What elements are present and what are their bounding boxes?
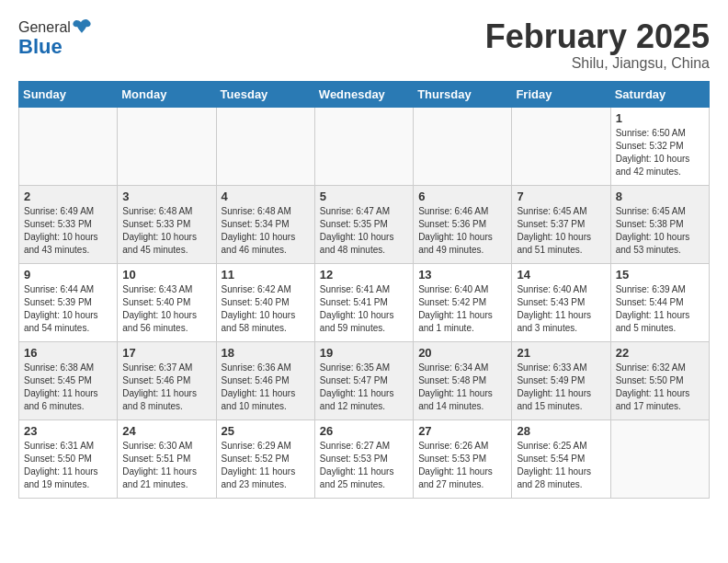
- day-number: 2: [24, 190, 112, 203]
- day-number: 22: [616, 346, 704, 360]
- day-number: 1: [616, 111, 704, 125]
- calendar-cell: 22Sunrise: 6:32 AM Sunset: 5:50 PM Dayli…: [610, 341, 709, 419]
- day-info: Sunrise: 6:30 AM Sunset: 5:51 PM Dayligh…: [122, 440, 210, 491]
- logo: General Blue: [18, 18, 92, 59]
- day-info: Sunrise: 6:44 AM Sunset: 5:39 PM Dayligh…: [24, 283, 112, 335]
- calendar-cell: 3Sunrise: 6:48 AM Sunset: 5:33 PM Daylig…: [118, 185, 216, 263]
- day-info: Sunrise: 6:46 AM Sunset: 5:36 PM Dayligh…: [418, 205, 506, 257]
- day-info: Sunrise: 6:42 AM Sunset: 5:40 PM Dayligh…: [222, 283, 310, 335]
- day-number: 13: [418, 268, 506, 282]
- day-info: Sunrise: 6:39 AM Sunset: 5:44 PM Dayligh…: [616, 283, 704, 335]
- weekday-header-friday: Friday: [512, 81, 610, 107]
- day-number: 16: [24, 346, 112, 360]
- day-number: 23: [24, 424, 112, 438]
- calendar-cell: 27Sunrise: 6:26 AM Sunset: 5:53 PM Dayli…: [414, 419, 512, 498]
- day-info: Sunrise: 6:40 AM Sunset: 5:43 PM Dayligh…: [517, 283, 605, 335]
- day-info: Sunrise: 6:45 AM Sunset: 5:37 PM Dayligh…: [517, 205, 605, 257]
- day-number: 6: [418, 190, 506, 203]
- day-info: Sunrise: 6:40 AM Sunset: 5:42 PM Dayligh…: [418, 283, 506, 335]
- weekday-header-tuesday: Tuesday: [216, 81, 314, 107]
- logo-general-text: General: [18, 19, 71, 36]
- calendar-cell: 18Sunrise: 6:36 AM Sunset: 5:46 PM Dayli…: [216, 341, 314, 419]
- calendar-cell: 17Sunrise: 6:37 AM Sunset: 5:46 PM Dayli…: [118, 341, 216, 419]
- day-info: Sunrise: 6:48 AM Sunset: 5:34 PM Dayligh…: [222, 205, 310, 257]
- weekday-header-wednesday: Wednesday: [314, 81, 413, 107]
- calendar-week-row-1: 1Sunrise: 6:50 AM Sunset: 5:32 PM Daylig…: [19, 107, 710, 185]
- day-number: 27: [418, 424, 506, 438]
- day-number: 28: [517, 424, 605, 438]
- day-number: 17: [122, 346, 210, 360]
- day-number: 9: [24, 268, 112, 282]
- day-number: 7: [517, 190, 605, 203]
- day-info: Sunrise: 6:41 AM Sunset: 5:41 PM Dayligh…: [320, 283, 408, 335]
- month-title: February 2025: [485, 18, 710, 55]
- calendar-cell: 12Sunrise: 6:41 AM Sunset: 5:41 PM Dayli…: [314, 263, 413, 341]
- calendar-cell: 11Sunrise: 6:42 AM Sunset: 5:40 PM Dayli…: [216, 263, 314, 341]
- logo-blue-text: Blue: [18, 35, 63, 59]
- day-number: 26: [320, 424, 408, 438]
- day-number: 5: [320, 190, 408, 203]
- day-info: Sunrise: 6:37 AM Sunset: 5:46 PM Dayligh…: [122, 362, 210, 413]
- day-info: Sunrise: 6:34 AM Sunset: 5:48 PM Dayligh…: [418, 362, 506, 413]
- calendar-cell: 8Sunrise: 6:45 AM Sunset: 5:38 PM Daylig…: [610, 185, 709, 263]
- calendar-week-row-3: 9Sunrise: 6:44 AM Sunset: 5:39 PM Daylig…: [19, 263, 710, 341]
- calendar-cell: 9Sunrise: 6:44 AM Sunset: 5:39 PM Daylig…: [19, 263, 118, 341]
- calendar-cell: [610, 419, 709, 498]
- day-info: Sunrise: 6:29 AM Sunset: 5:52 PM Dayligh…: [222, 440, 310, 491]
- calendar-cell: 14Sunrise: 6:40 AM Sunset: 5:43 PM Dayli…: [512, 263, 610, 341]
- weekday-header-monday: Monday: [118, 81, 216, 107]
- day-number: 8: [616, 190, 704, 203]
- day-info: Sunrise: 6:35 AM Sunset: 5:47 PM Dayligh…: [320, 362, 408, 413]
- calendar-cell: 5Sunrise: 6:47 AM Sunset: 5:35 PM Daylig…: [314, 185, 413, 263]
- calendar-cell: 21Sunrise: 6:33 AM Sunset: 5:49 PM Dayli…: [512, 341, 610, 419]
- calendar-cell: [118, 107, 216, 185]
- calendar-cell: 25Sunrise: 6:29 AM Sunset: 5:52 PM Dayli…: [216, 419, 314, 498]
- calendar-cell: 23Sunrise: 6:31 AM Sunset: 5:50 PM Dayli…: [19, 419, 118, 498]
- day-info: Sunrise: 6:33 AM Sunset: 5:49 PM Dayligh…: [517, 362, 605, 413]
- day-number: 4: [222, 190, 310, 203]
- weekday-header-saturday: Saturday: [610, 81, 709, 107]
- day-info: Sunrise: 6:36 AM Sunset: 5:46 PM Dayligh…: [222, 362, 310, 413]
- day-number: 15: [616, 268, 704, 282]
- day-info: Sunrise: 6:45 AM Sunset: 5:38 PM Dayligh…: [616, 205, 704, 257]
- calendar-cell: 7Sunrise: 6:45 AM Sunset: 5:37 PM Daylig…: [512, 185, 610, 263]
- day-info: Sunrise: 6:49 AM Sunset: 5:33 PM Dayligh…: [24, 205, 112, 257]
- day-number: 18: [222, 346, 310, 360]
- day-number: 25: [222, 424, 310, 438]
- calendar-cell: 26Sunrise: 6:27 AM Sunset: 5:53 PM Dayli…: [314, 419, 413, 498]
- weekday-header-row: SundayMondayTuesdayWednesdayThursdayFrid…: [19, 81, 710, 107]
- logo-bird-icon: [72, 18, 92, 37]
- day-info: Sunrise: 6:27 AM Sunset: 5:53 PM Dayligh…: [320, 440, 408, 491]
- day-number: 11: [222, 268, 310, 282]
- day-info: Sunrise: 6:48 AM Sunset: 5:33 PM Dayligh…: [122, 205, 210, 257]
- location-subtitle: Shilu, Jiangsu, China: [485, 55, 710, 72]
- day-number: 10: [122, 268, 210, 282]
- day-number: 3: [122, 190, 210, 203]
- calendar-week-row-5: 23Sunrise: 6:31 AM Sunset: 5:50 PM Dayli…: [19, 419, 710, 498]
- calendar-cell: 13Sunrise: 6:40 AM Sunset: 5:42 PM Dayli…: [414, 263, 512, 341]
- calendar-cell: 1Sunrise: 6:50 AM Sunset: 5:32 PM Daylig…: [610, 107, 709, 185]
- day-number: 19: [320, 346, 408, 360]
- title-block: February 2025 Shilu, Jiangsu, China: [485, 18, 710, 72]
- day-info: Sunrise: 6:26 AM Sunset: 5:53 PM Dayligh…: [418, 440, 506, 491]
- day-info: Sunrise: 6:31 AM Sunset: 5:50 PM Dayligh…: [24, 440, 112, 491]
- day-info: Sunrise: 6:50 AM Sunset: 5:32 PM Dayligh…: [616, 127, 704, 178]
- day-number: 14: [517, 268, 605, 282]
- day-info: Sunrise: 6:25 AM Sunset: 5:54 PM Dayligh…: [517, 440, 605, 491]
- calendar-cell: 28Sunrise: 6:25 AM Sunset: 5:54 PM Dayli…: [512, 419, 610, 498]
- calendar-cell: [19, 107, 118, 185]
- calendar-cell: [314, 107, 413, 185]
- calendar-cell: [216, 107, 314, 185]
- calendar-cell: [414, 107, 512, 185]
- calendar-week-row-2: 2Sunrise: 6:49 AM Sunset: 5:33 PM Daylig…: [19, 185, 710, 263]
- weekday-header-thursday: Thursday: [414, 81, 512, 107]
- page-header: General Blue February 2025 Shilu, Jiangs…: [18, 18, 710, 72]
- calendar-cell: 2Sunrise: 6:49 AM Sunset: 5:33 PM Daylig…: [19, 185, 118, 263]
- calendar-cell: 19Sunrise: 6:35 AM Sunset: 5:47 PM Dayli…: [314, 341, 413, 419]
- calendar-cell: 16Sunrise: 6:38 AM Sunset: 5:45 PM Dayli…: [19, 341, 118, 419]
- calendar-cell: 10Sunrise: 6:43 AM Sunset: 5:40 PM Dayli…: [118, 263, 216, 341]
- day-number: 12: [320, 268, 408, 282]
- calendar-cell: 24Sunrise: 6:30 AM Sunset: 5:51 PM Dayli…: [118, 419, 216, 498]
- day-info: Sunrise: 6:43 AM Sunset: 5:40 PM Dayligh…: [122, 283, 210, 335]
- calendar-cell: [512, 107, 610, 185]
